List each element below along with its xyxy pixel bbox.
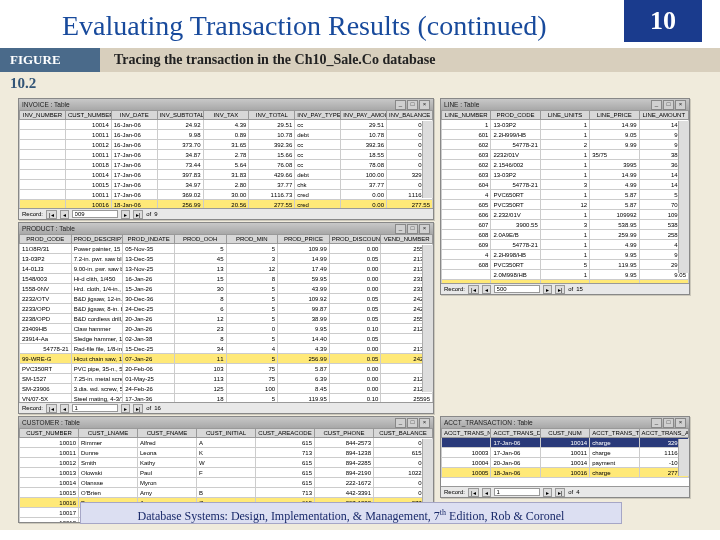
- table-row[interactable]: 60254778-2129.999.98: [442, 140, 689, 150]
- column-header[interactable]: ACCT_TRANS_NUM: [442, 429, 491, 438]
- column-header[interactable]: INV_BALANCE: [387, 111, 433, 120]
- column-header[interactable]: PROD_DISCOUNT: [329, 235, 381, 244]
- column-header[interactable]: ACCT_TRANS_AMOUNT: [639, 429, 688, 438]
- table-row[interactable]: 1000518-Jan-0610016charge277.55: [442, 468, 689, 478]
- table-row[interactable]: 1001416-Jan-0624.924.3929.51cc29.510.00: [20, 120, 433, 130]
- scrollbar-vertical[interactable]: [678, 439, 689, 476]
- table-row[interactable]: 2238/OPDB&D cordless drill, 1/2-in.20-Ja…: [20, 314, 433, 324]
- table-row[interactable]: 11O8R/31Power painter, 15 psi., 3-nozzle…: [20, 244, 433, 254]
- table-row[interactable]: 608PVC350RT5119.9529.35: [442, 260, 689, 270]
- column-header[interactable]: LINE_UNITS: [540, 111, 589, 120]
- column-header[interactable]: INV_PAY_TYPE: [295, 111, 341, 120]
- nav-prev-icon[interactable]: ◂: [60, 210, 69, 219]
- table-row[interactable]: 605PVC350RT125.8770.44: [442, 200, 689, 210]
- table-row[interactable]: 10013OlowskiPaulF615894-21901022.92: [20, 468, 433, 478]
- table-row[interactable]: 23914-AaSledge hammer, 12 lb.02-Jan-3885…: [20, 334, 433, 344]
- table-row[interactable]: 17-Jan-0610014charge329.66: [442, 438, 689, 448]
- column-header[interactable]: CUST_INITIAL: [197, 429, 256, 438]
- column-header[interactable]: INV_SUBTOTAL: [157, 111, 203, 120]
- column-header[interactable]: CUST_AREACODE: [256, 429, 315, 438]
- column-header[interactable]: CUST_LNAME: [79, 429, 138, 438]
- close-icon[interactable]: ×: [675, 418, 686, 428]
- nav-next-icon[interactable]: ▸: [121, 404, 130, 413]
- column-header[interactable]: LINE_AMOUNT: [639, 111, 688, 120]
- scrollbar-vertical[interactable]: [678, 121, 689, 273]
- record-pos-input[interactable]: [72, 404, 118, 412]
- record-navigator[interactable]: Record: |◂ ◂ ▸ ▸| of 9: [19, 208, 433, 219]
- table-row[interactable]: 1001618-Jan-06256.9920.56277.55cred0.002…: [20, 200, 433, 209]
- column-header[interactable]: CUST_FNAME: [138, 429, 197, 438]
- table-row[interactable]: 54778-21Rad-file file, 1/8-in.15-Dec-253…: [20, 344, 433, 354]
- column-header[interactable]: LINE_NUMBER: [442, 111, 491, 120]
- column-header[interactable]: ACCT_TRANS_DATE: [491, 429, 540, 438]
- table-row[interactable]: 60454778-2134.9914.97: [442, 180, 689, 190]
- table-row[interactable]: VN/07-5XSteel mating, 4-3/75-in. mesh17-…: [20, 394, 433, 403]
- table-row[interactable]: 2233/OPDB&D jigsaw, 8-in. blade24-Dec-25…: [20, 304, 433, 314]
- table-row[interactable]: 42.2H998/HB19.959.95: [442, 250, 689, 260]
- close-icon[interactable]: ×: [675, 100, 686, 110]
- table-row[interactable]: 6022.1546/0021399536.25: [442, 160, 689, 170]
- nav-first-icon[interactable]: |◂: [468, 488, 479, 497]
- nav-prev-icon[interactable]: ◂: [482, 285, 491, 294]
- table-row[interactable]: 23409HBClaw hammer20-Jan-262309.950.1021…: [20, 324, 433, 334]
- column-header[interactable]: PROD_CODE: [491, 111, 540, 120]
- table-row[interactable]: 10015O'BrienAmyB713442-33910.00: [20, 488, 433, 498]
- table-row[interactable]: 1001517-Jan-0634.972.8037.77chk37.770.00: [20, 180, 433, 190]
- table-row[interactable]: 6062.232/01V1109992109.92: [442, 210, 689, 220]
- maximize-icon[interactable]: □: [407, 418, 418, 428]
- column-header[interactable]: INV_NUMBER: [20, 111, 66, 120]
- table-row[interactable]: 6082.0A9E/B1259.99258.99: [442, 230, 689, 240]
- table-row[interactable]: 4PVC650RT15.875.87: [442, 190, 689, 200]
- table-row[interactable]: SM-239063.dia. wd. screw, 5024-Feb-26125…: [20, 384, 433, 394]
- record-navigator[interactable]: Record: |◂ ◂ ▸ ▸| of 15: [441, 283, 689, 294]
- column-header[interactable]: PROD_MIN: [226, 235, 278, 244]
- nav-next-icon[interactable]: ▸: [543, 488, 552, 497]
- table-row[interactable]: 10010RimmerAlfredA615844-25730.00: [20, 438, 433, 448]
- window-controls[interactable]: _□×: [395, 100, 430, 110]
- column-header[interactable]: PROD_OOH: [174, 235, 226, 244]
- table-row[interactable]: 2.0M998/HB19.959.05: [442, 270, 689, 280]
- table-row[interactable]: 1001117-Jan-0634.872.7815.66cc18.550.00: [20, 150, 433, 160]
- table-row[interactable]: 1001817-Jan-0673.445.6476.08cc78.080.00: [20, 160, 433, 170]
- table-row[interactable]: 10012SmithKathyW615894-22850.00: [20, 458, 433, 468]
- column-header[interactable]: INV_TAX: [203, 111, 249, 120]
- table-row[interactable]: 1001216-Jan-06373.7031.65392.36cc392.360…: [20, 140, 433, 150]
- table-row[interactable]: 60089.WRE-01256.99256.99: [442, 280, 689, 284]
- table-row[interactable]: 1001116-Jan-069.980.8910.78debt10.780.00: [20, 130, 433, 140]
- table-row[interactable]: 1548/003Hi-d clith, 1/45016-Jan-2615859.…: [20, 274, 433, 284]
- column-header[interactable]: PROD_DESCRIPT: [71, 235, 123, 244]
- table-row[interactable]: 1001117-Jan-06369.0230.001116.73cred0.00…: [20, 190, 433, 200]
- column-header[interactable]: CUST_NUM: [540, 429, 589, 438]
- record-pos-input[interactable]: [494, 285, 540, 293]
- nav-last-icon[interactable]: ▸|: [133, 210, 144, 219]
- column-header[interactable]: CUST_PHONE: [315, 429, 374, 438]
- minimize-icon[interactable]: _: [395, 224, 406, 234]
- close-icon[interactable]: ×: [419, 100, 430, 110]
- column-header[interactable]: VEND_NUMBER: [381, 235, 433, 244]
- table-row[interactable]: 13-03P27.2-in. pwr. saw blade13-Dec-3545…: [20, 254, 433, 264]
- nav-prev-icon[interactable]: ◂: [60, 404, 69, 413]
- table-row[interactable]: 2232/OTVB&D jigsaw, 12-in. blade30-Dec-3…: [20, 294, 433, 304]
- record-navigator[interactable]: Record: |◂ ◂ ▸ ▸| of 4: [441, 486, 689, 497]
- table-row[interactable]: 1000317-Jan-0610011charge1116.73: [442, 448, 689, 458]
- scrollbar-vertical[interactable]: [422, 245, 433, 392]
- table-row[interactable]: 6032232/01V135/7538.95: [442, 150, 689, 160]
- table-row[interactable]: 1000420-Jan-0610014payment-100.0: [442, 458, 689, 468]
- maximize-icon[interactable]: □: [407, 100, 418, 110]
- minimize-icon[interactable]: _: [395, 100, 406, 110]
- record-navigator[interactable]: Record: |◂ ◂ ▸ ▸| of 16: [19, 402, 433, 413]
- table-row[interactable]: 10011DunneLeonaK713894-1238615.73: [20, 448, 433, 458]
- scrollbar-vertical[interactable]: [422, 121, 433, 198]
- nav-next-icon[interactable]: ▸: [543, 285, 552, 294]
- table-row[interactable]: 99-WRE-GHicut chain saw, 16 in07-Jan-261…: [20, 354, 433, 364]
- record-pos-input[interactable]: [72, 210, 118, 218]
- table-row[interactable]: 113-03P2114.9914.99: [442, 120, 689, 130]
- table-row[interactable]: 14-01J39.00-in. pwr. saw blade13-Nov-251…: [20, 264, 433, 274]
- table-row[interactable]: PVC350RTPVC pipe, 35-n., 5x820-Feb-06103…: [20, 364, 433, 374]
- column-header[interactable]: INV_TOTAL: [249, 111, 295, 120]
- table-row[interactable]: 10014OlansseMyron615222-16720.00: [20, 478, 433, 488]
- table-row[interactable]: 60954778-2114.994.99: [442, 240, 689, 250]
- nav-first-icon[interactable]: |◂: [46, 210, 57, 219]
- column-header[interactable]: CUST_BALANCE: [374, 429, 433, 438]
- maximize-icon[interactable]: □: [663, 100, 674, 110]
